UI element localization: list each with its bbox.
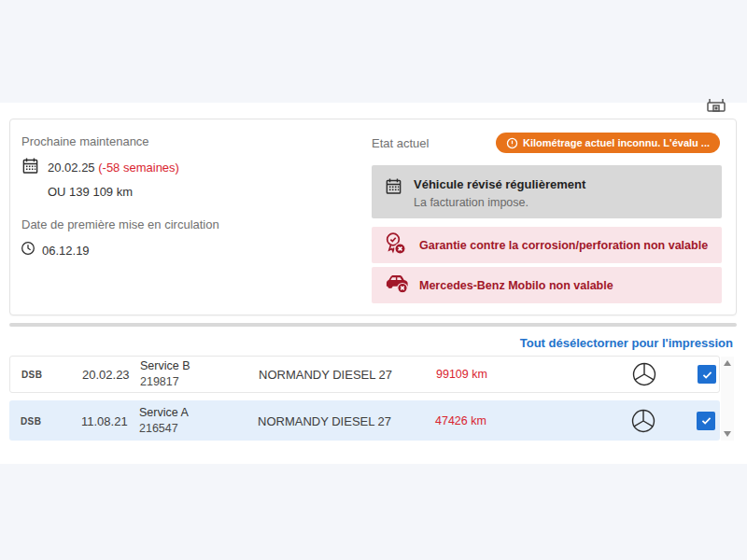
mercedes-star-icon — [631, 409, 655, 433]
workshop-name: NORMANDY DIESEL 27 — [258, 413, 391, 427]
mercedes-star-icon — [632, 362, 656, 386]
scroll-up-icon[interactable] — [724, 360, 731, 366]
scroll-down-icon[interactable] — [724, 431, 731, 437]
service-details: Service B 219817 — [140, 358, 190, 390]
calendar-icon — [385, 177, 402, 199]
service-date: 11.08.21 — [81, 413, 128, 427]
warranty-invalid-box: Garantie contre la corrosion/perforation… — [372, 227, 722, 263]
service-history-row[interactable]: DSB 20.02.23 Service B 219817 NORMANDY D… — [9, 356, 720, 393]
bottom-background-band — [0, 464, 747, 560]
warranty-invalid-icon — [383, 231, 409, 260]
next-maintenance-date-line: 20.02.25 (-58 semaines) — [48, 161, 179, 175]
service-order-number: 219817 — [140, 374, 190, 390]
print-select-checkbox[interactable] — [698, 365, 716, 384]
top-background-band — [0, 0, 747, 103]
car-invalid-icon — [383, 273, 411, 299]
check-icon — [700, 414, 712, 427]
mileage-value: 47426 km — [435, 414, 486, 427]
mileage-unknown-badge[interactable]: Kilométrage actuel inconnu. L'évalu ... — [496, 133, 720, 153]
record-source: DSB — [21, 415, 41, 426]
overdue-weeks: (-58 semaines) — [98, 161, 179, 175]
alert-circle-icon — [506, 137, 518, 149]
service-name: Service A — [139, 405, 189, 421]
check-icon — [701, 369, 713, 381]
deselect-all-for-print-link[interactable]: Tout désélectorner pour l'impression — [520, 336, 733, 350]
regular-service-status-box: Véhicule révisé régulièrement La factura… — [372, 165, 722, 218]
print-select-checkbox[interactable] — [697, 412, 715, 430]
mobilo-invalid-text: Mercedes-Benz Mobilo non valable — [419, 279, 613, 292]
service-order-number: 216547 — [139, 421, 189, 437]
first-registration-label: Date de première mise en circulation — [21, 217, 219, 231]
section-divider — [9, 323, 737, 327]
regular-service-subtitle: La facturation impose. — [414, 196, 529, 209]
mileage-unknown-badge-label: Kilométrage actuel inconnu. L'évalu ... — [523, 137, 710, 148]
mileage-value: 99109 km — [436, 368, 487, 381]
printer-icon — [705, 105, 727, 119]
print-button[interactable] — [704, 98, 728, 119]
current-state-title: Etat actuel — [372, 136, 429, 150]
service-name: Service B — [140, 358, 190, 374]
next-maintenance-title: Prochaine maintenance — [21, 134, 149, 148]
alternative-km: OU 139 109 km — [48, 185, 133, 199]
first-registration-date: 06.12.19 — [42, 244, 90, 258]
vehicle-status-card: Prochaine maintenance 20.02.25 (-58 sema… — [9, 119, 737, 315]
clock-icon — [21, 241, 35, 259]
workshop-name: NORMANDY DIESEL 27 — [259, 368, 392, 382]
service-details: Service A 216547 — [139, 405, 189, 437]
warranty-invalid-text: Garantie contre la corrosion/perforation… — [419, 239, 708, 252]
service-date: 20.02.23 — [82, 368, 130, 382]
next-maintenance-date: 20.02.25 — [48, 161, 95, 175]
regular-service-title: Véhicule révisé régulièrement — [414, 177, 585, 191]
service-history-row[interactable]: DSB 11.08.21 Service A 216547 NORMANDY D… — [9, 400, 720, 441]
table-scrollbar[interactable] — [721, 357, 734, 441]
mobilo-invalid-box: Mercedes-Benz Mobilo non valable — [372, 267, 722, 303]
calendar-icon — [21, 157, 39, 178]
record-source: DSB — [21, 370, 42, 380]
